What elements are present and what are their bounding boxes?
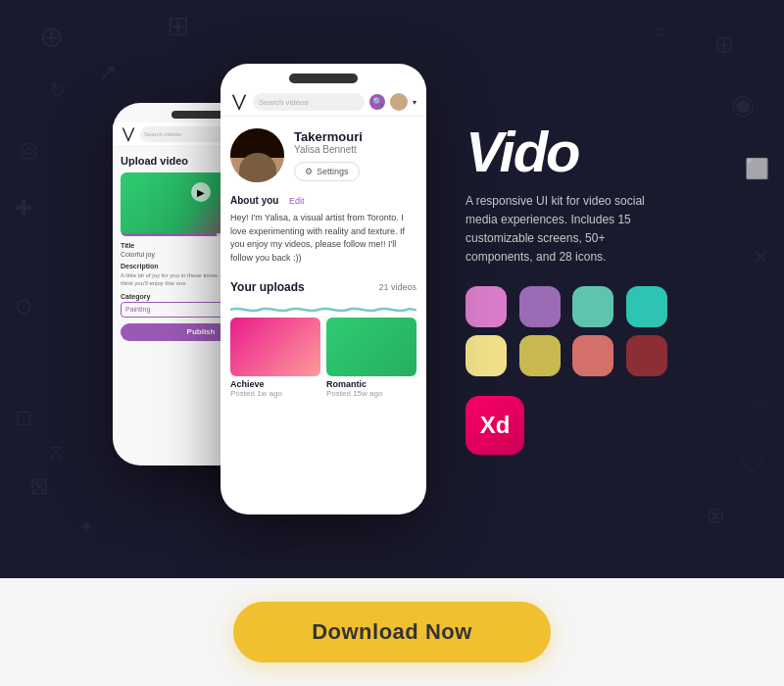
profile-name: Takermouri xyxy=(294,129,416,144)
profile-phone-header: Search videos 🔍 ▾ xyxy=(220,88,426,117)
video-thumb-1 xyxy=(230,318,320,376)
vido-description: A responsive UI kit for video social med… xyxy=(466,192,671,268)
content-area: Search videos 🔍 Upload video ▶ Title xyxy=(0,0,784,578)
settings-label: Settings xyxy=(317,167,349,176)
video-title-1: Achieve xyxy=(230,379,320,389)
video-thumb-2 xyxy=(326,318,416,376)
profile-section: Takermouri Yalisa Bennett ⚙ Settings xyxy=(220,117,426,190)
color-swatch-2 xyxy=(519,286,561,327)
phone-notch-front xyxy=(289,74,358,83)
color-swatch-5 xyxy=(466,335,507,376)
profile-username: Yalisa Bennett xyxy=(294,144,416,155)
search-placeholder-back: Search videos xyxy=(144,131,181,137)
color-swatch-4 xyxy=(626,286,667,327)
vido-title: Vido xyxy=(466,123,671,180)
video-grid: Achieve Posted 1w ago Romantic Posted 15… xyxy=(230,318,416,398)
right-panel: Vido A responsive UI kit for video socia… xyxy=(456,114,681,466)
color-swatch-8 xyxy=(626,335,667,376)
wavy-divider xyxy=(230,300,416,318)
phones-container: Search videos 🔍 Upload video ▶ Title xyxy=(103,44,436,534)
video-item-2: Romantic Posted 15w ago xyxy=(326,318,416,398)
video-date-2: Posted 15w ago xyxy=(326,389,416,398)
avatar-hair xyxy=(230,128,284,158)
video-date-1: Posted 1w ago xyxy=(230,389,320,398)
about-section: About you Edit Hey! I'm Yalisa, a visual… xyxy=(220,190,426,272)
search-placeholder-front: Search videos xyxy=(259,98,309,107)
gear-icon: ⚙ xyxy=(305,167,313,176)
v-logo-back xyxy=(121,126,136,142)
category-value: Painting xyxy=(125,306,150,313)
color-grid xyxy=(466,286,671,376)
color-swatch-6 xyxy=(519,335,561,376)
xd-badge: Xd xyxy=(466,396,524,455)
profile-info: Takermouri Yalisa Bennett ⚙ Settings xyxy=(294,129,416,181)
search-bar-front: Search videos xyxy=(253,93,365,111)
play-icon: ▶ xyxy=(191,182,211,202)
search-icon-front: 🔍 xyxy=(369,94,385,110)
uploads-title: Your uploads xyxy=(230,280,305,294)
download-section: Download Now xyxy=(0,578,784,686)
page-wrapper: ⊕ ↗ ⊞ ↻ ◎ ⊕ ◉ ⌗ ⊠ ✦ ♡ ⊗ ✚ ⊙ ☆ ✕ ⬜ ⊡ ⧖ xyxy=(0,0,784,686)
color-swatch-7 xyxy=(572,335,613,376)
about-title: About you xyxy=(230,195,278,206)
uploads-header: Your uploads 21 videos xyxy=(230,280,416,294)
avatar-front xyxy=(390,93,408,111)
color-swatch-1 xyxy=(466,286,507,327)
color-swatch-3 xyxy=(572,286,613,327)
banner: ⊕ ↗ ⊞ ↻ ◎ ⊕ ◉ ⌗ ⊠ ✦ ♡ ⊗ ✚ ⊙ ☆ ✕ ⬜ ⊡ ⧖ xyxy=(0,0,784,578)
play-symbol: ▶ xyxy=(197,187,205,198)
profile-phone: Search videos 🔍 ▾ Takermouri Yali xyxy=(220,64,426,514)
uploads-section: Your uploads 21 videos Ach xyxy=(220,272,426,398)
chevron-icon: ▾ xyxy=(413,98,416,107)
video-item-1: Achieve Posted 1w ago xyxy=(230,318,320,398)
edit-link[interactable]: Edit xyxy=(289,196,305,206)
publish-label: Publish xyxy=(187,327,216,336)
settings-button[interactable]: ⚙ Settings xyxy=(294,162,360,181)
about-text: Hey! I'm Yalisa, a visual artist from To… xyxy=(230,212,416,265)
v-logo-front xyxy=(230,93,248,111)
video-title-2: Romantic xyxy=(326,379,416,389)
download-button[interactable]: Download Now xyxy=(233,602,551,662)
xd-label: Xd xyxy=(480,412,511,439)
uploads-count: 21 videos xyxy=(378,282,416,292)
profile-avatar xyxy=(230,128,284,182)
